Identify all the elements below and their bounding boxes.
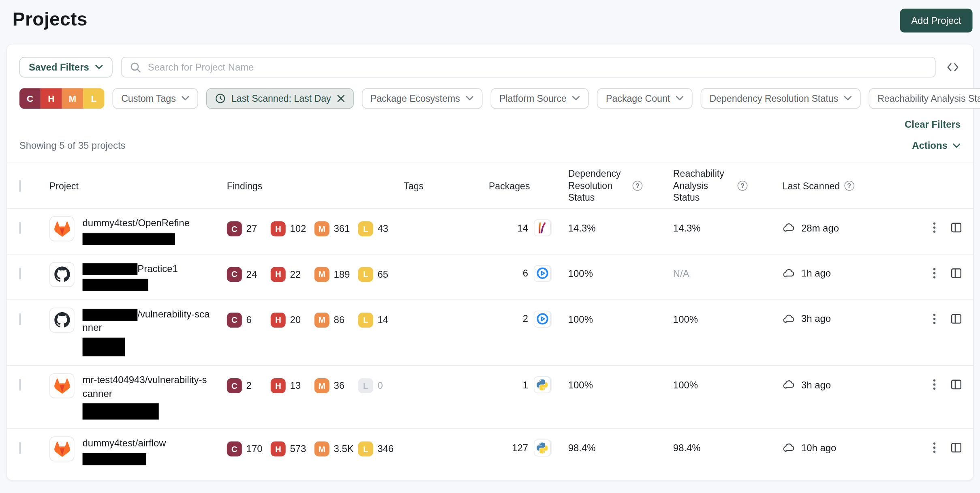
- findings-cell: C27 H102 M361 L43: [227, 209, 404, 236]
- row-checkbox[interactable]: [19, 268, 21, 279]
- reachability-value: 14.3%: [673, 209, 783, 234]
- filter-section: Saved Filters C H M: [7, 44, 973, 109]
- help-icon[interactable]: [738, 181, 748, 191]
- high-badge: H: [271, 221, 286, 236]
- last-scanned-cell: 28m ago: [783, 209, 917, 234]
- filter-chip-platform-source[interactable]: Platform Source: [490, 88, 589, 109]
- findings-cell: C2 H13 M36 L0: [227, 366, 404, 393]
- open-panel-icon[interactable]: [949, 266, 963, 280]
- low-badge: L: [358, 378, 373, 393]
- row-menu-icon[interactable]: [929, 441, 940, 455]
- open-panel-icon[interactable]: [949, 377, 963, 391]
- chevron-down-icon: [95, 64, 103, 70]
- gitlab-icon: [49, 216, 75, 242]
- project-name[interactable]: mr-test404943/vulnerability-scanner: [83, 373, 210, 401]
- packages-cell: 1: [489, 366, 568, 393]
- project-cell[interactable]: Practice1: [49, 255, 227, 300]
- table-row: mr-test404943/vulnerability-scanner C2 H…: [7, 366, 973, 429]
- findings-cell: C6 H20 M86 L14: [227, 300, 404, 328]
- search-box[interactable]: [121, 57, 935, 77]
- cloud-icon: [783, 378, 796, 391]
- medium-badge: M: [315, 221, 330, 236]
- showing-count-text: Showing 5 of 35 projects: [19, 140, 126, 151]
- reachability-value: N/A: [673, 255, 783, 280]
- open-panel-icon[interactable]: [949, 221, 963, 235]
- python-icon: [534, 440, 551, 457]
- row-checkbox[interactable]: [19, 442, 21, 454]
- github-icon: [49, 262, 75, 287]
- findings-cell: C170 H573 M3.5K L346: [227, 429, 404, 457]
- chevron-down-icon: [466, 96, 474, 101]
- open-panel-icon[interactable]: [949, 441, 963, 455]
- code-query-icon[interactable]: [944, 59, 961, 75]
- column-header-project: Project: [49, 176, 227, 196]
- critical-badge: C: [227, 267, 242, 282]
- medium-badge: M: [315, 312, 330, 327]
- severity-critical-segment[interactable]: C: [19, 88, 41, 109]
- saved-filters-label: Saved Filters: [29, 62, 89, 73]
- row-checkbox[interactable]: [19, 313, 21, 325]
- chevron-down-icon: [844, 96, 852, 101]
- select-all-checkbox[interactable]: [19, 180, 21, 192]
- project-cell[interactable]: mr-test404943/vulnerability-scanner: [49, 366, 227, 429]
- packages-cell: 2: [489, 300, 568, 328]
- last-scanned-cell: 10h ago: [783, 429, 917, 454]
- row-checkbox[interactable]: [19, 222, 21, 234]
- low-badge: L: [358, 312, 373, 327]
- open-panel-icon[interactable]: [949, 312, 963, 326]
- project-cell[interactable]: /vulnerability-scanner: [49, 300, 227, 365]
- row-menu-icon[interactable]: [929, 266, 940, 280]
- project-name[interactable]: dummy4test/OpenRefine: [83, 216, 190, 230]
- severity-filter-group[interactable]: C H M L: [19, 88, 105, 109]
- packages-cell: 127: [489, 429, 568, 457]
- row-checkbox[interactable]: [19, 379, 21, 391]
- row-menu-icon[interactable]: [929, 221, 940, 235]
- project-name[interactable]: Practice1: [137, 263, 178, 274]
- chevron-down-icon: [572, 96, 580, 101]
- projects-page: Projects Add Project Saved Filters: [0, 0, 980, 493]
- close-icon[interactable]: [336, 94, 344, 103]
- filter-chip-package-count[interactable]: Package Count: [597, 88, 692, 109]
- findings-cell: C24 H22 M189 L65: [227, 255, 404, 282]
- actions-dropdown[interactable]: Actions: [912, 140, 961, 151]
- chevron-down-icon: [182, 96, 190, 101]
- severity-medium-segment[interactable]: M: [62, 88, 83, 109]
- package-count: 6: [523, 268, 528, 279]
- help-icon[interactable]: [633, 181, 643, 191]
- help-icon[interactable]: [844, 181, 854, 191]
- table-row: /vulnerability-scanner C6 H20 M86 L14 2 …: [7, 300, 973, 366]
- saved-filters-button[interactable]: Saved Filters: [19, 57, 112, 77]
- maven-icon: [534, 220, 551, 237]
- redacted-text: [83, 453, 146, 465]
- redacted-text: [83, 233, 175, 245]
- filter-chip-package-ecosystems[interactable]: Package Ecosystems: [362, 88, 482, 109]
- column-header-dependency-resolution-status: Dependency Resolution Status: [568, 163, 673, 208]
- clear-filters-link[interactable]: Clear Filters: [905, 119, 961, 130]
- cloud-icon: [783, 267, 796, 280]
- filter-chip-reachability-analysis-status[interactable]: Reachability Analysis Status: [869, 88, 980, 109]
- package-count: 1: [523, 379, 528, 390]
- page-title: Projects: [13, 9, 88, 30]
- python-icon: [534, 376, 551, 393]
- packages-cell: 14: [489, 209, 568, 236]
- project-name[interactable]: dummy4test/airflow: [83, 437, 166, 450]
- search-input[interactable]: [148, 62, 928, 73]
- row-menu-icon[interactable]: [929, 312, 940, 326]
- project-cell[interactable]: dummy4test/airflow: [49, 429, 227, 474]
- filter-chip-last-scanned-active[interactable]: Last Scanned: Last Day: [206, 88, 353, 109]
- filter-chip-dependency-resolution-status[interactable]: Dependency Resolution Status: [701, 88, 861, 109]
- severity-high-segment[interactable]: H: [41, 88, 62, 109]
- row-menu-icon[interactable]: [929, 377, 940, 391]
- chevron-down-icon: [676, 96, 684, 101]
- add-project-button[interactable]: Add Project: [900, 9, 972, 33]
- table-row: dummy4test/airflow C170 H573 M3.5K L346 …: [7, 429, 973, 474]
- severity-low-segment[interactable]: L: [83, 88, 104, 109]
- dependency-resolution-value: 14.3%: [568, 209, 673, 234]
- project-cell[interactable]: dummy4test/OpenRefine: [49, 209, 227, 254]
- redacted-text: [83, 338, 125, 356]
- filter-chip-custom-tags[interactable]: Custom Tags: [113, 88, 199, 109]
- cloud-icon: [783, 312, 796, 325]
- gitlab-icon: [49, 437, 75, 462]
- package-count: 14: [517, 223, 528, 234]
- low-badge: L: [358, 442, 373, 457]
